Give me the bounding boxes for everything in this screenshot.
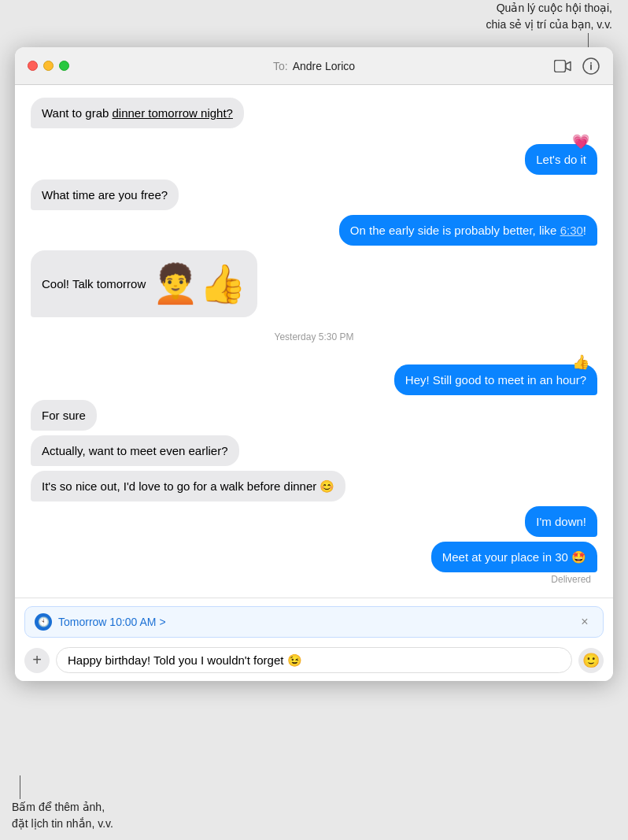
info-icon[interactable] — [582, 57, 600, 76]
scheduled-close-button[interactable]: × — [576, 613, 593, 631]
add-button[interactable]: + — [24, 648, 50, 673]
svg-point-3 — [590, 62, 592, 64]
video-call-icon[interactable] — [553, 57, 572, 76]
bubble-8: Actually, want to meet even earlier? — [31, 435, 239, 466]
bubble-wrapper-6: 👍 Hey! Still good to meet in an hour? — [31, 353, 597, 395]
bubble-wrapper-11: Meet at your place in 30 🤩 Delivered — [31, 542, 597, 585]
message-row-7: For sure — [31, 400, 597, 431]
memoji-thumbsup: 🧑‍🦱👍 — [152, 257, 246, 310]
message-row-4: On the early side is probably better, li… — [31, 215, 597, 246]
annotation-top: Quản lý cuộc hội thoại, chia sẻ vị trí c… — [408, 0, 612, 33]
scheduled-label[interactable]: Tomorrow 10:00 AM > — [58, 616, 166, 628]
minimize-button[interactable] — [43, 61, 54, 71]
reaction-heart: 💗 — [572, 133, 589, 150]
bubble-7: For sure — [31, 400, 97, 431]
titlebar-center: To: Andre Lorico — [273, 60, 355, 72]
bubble-4: On the early side is probably better, li… — [339, 215, 597, 246]
message-row-3: What time are you free? — [31, 179, 597, 210]
bubble-5: Cool! Talk tomorrow 🧑‍🦱👍 — [31, 250, 257, 317]
reaction-thumbsup: 👍 — [572, 353, 589, 371]
delivered-label: Delivered — [551, 574, 597, 585]
message-row-8: Actually, want to meet even earlier? — [31, 435, 597, 466]
timestamp-divider: Yesterday 5:30 PM — [31, 331, 597, 342]
titlebar: To: Andre Lorico — [15, 47, 613, 85]
message-row-1: Want to grab dinner tomorrow night? — [31, 98, 597, 128]
annotation-bottom: Bấm để thêm ảnh, đặt lịch tin nhắn, v.v. — [12, 799, 113, 832]
message-row-10: I'm down! — [31, 506, 597, 537]
messages-area: Want to grab dinner tomorrow night? 💗 Le… — [15, 85, 613, 598]
to-label: To: — [273, 60, 288, 72]
bubble-10: I'm down! — [525, 506, 597, 537]
message-input[interactable] — [56, 647, 572, 673]
input-area: 🕙 Tomorrow 10:00 AM > × + 🙂 — [15, 598, 613, 681]
bubble-11: Meet at your place in 30 🤩 — [431, 542, 597, 572]
svg-rect-0 — [555, 60, 566, 72]
input-row: + 🙂 — [24, 647, 604, 673]
traffic-lights — [28, 61, 69, 71]
bubble-3: What time are you free? — [31, 179, 179, 210]
bubble-9: It's so nice out, I'd love to go for a w… — [31, 471, 345, 501]
messages-window: To: Andre Lorico Want to — [15, 47, 613, 681]
bubble-wrapper-2: 💗 Let's do it — [31, 133, 597, 175]
emoji-button[interactable]: 🙂 — [578, 648, 604, 673]
scheduled-left: 🕙 Tomorrow 10:00 AM > — [35, 613, 166, 631]
titlebar-right — [553, 57, 600, 76]
scheduled-clock-icon: 🕙 — [35, 613, 52, 631]
message-row-9: It's so nice out, I'd love to go for a w… — [31, 471, 597, 501]
fullscreen-button[interactable] — [59, 61, 69, 71]
message-row-5: Cool! Talk tomorrow 🧑‍🦱👍 — [31, 250, 597, 317]
bubble-6: Hey! Still good to meet in an hour? — [394, 364, 597, 395]
scheduled-banner: 🕙 Tomorrow 10:00 AM > × — [24, 606, 604, 638]
bubble-1: Want to grab dinner tomorrow night? — [31, 98, 244, 128]
recipient-name: Andre Lorico — [293, 60, 355, 72]
close-button[interactable] — [28, 61, 38, 71]
